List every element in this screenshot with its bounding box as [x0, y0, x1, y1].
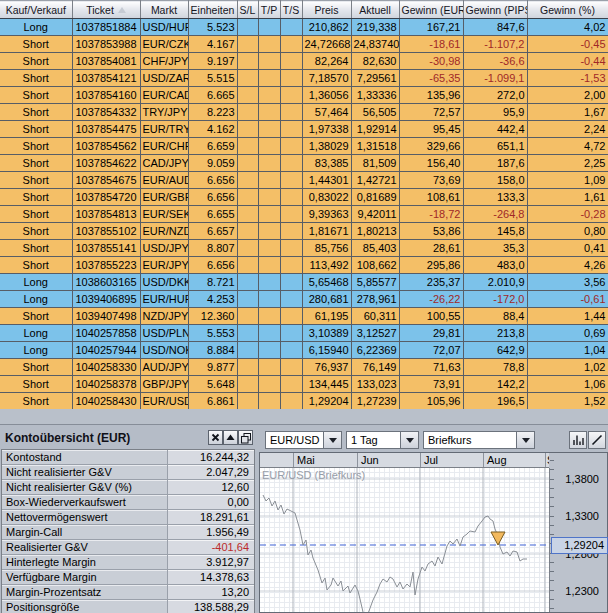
cell-ticket[interactable]: 1038603165 [72, 274, 140, 291]
cell-units[interactable]: 6.665 [188, 87, 237, 104]
cell-market[interactable]: GBP/JPY [140, 376, 188, 393]
cell-units[interactable]: 9.197 [188, 53, 237, 70]
cell-profit_pips[interactable]: -1.099,1 [463, 70, 527, 87]
cell-units[interactable]: 8.721 [188, 274, 237, 291]
cell-units[interactable]: 4.253 [188, 291, 237, 308]
cell-price[interactable]: 210,862 [302, 19, 351, 36]
cell-ticket[interactable]: 1037851884 [72, 19, 140, 36]
position-row[interactable]: Short1040258378GBP/JPY5.648134,445133,02… [0, 376, 608, 393]
cell-current[interactable]: 76,149 [351, 359, 399, 376]
cell-price[interactable]: 61,195 [302, 308, 351, 325]
cell-units[interactable]: 6.656 [188, 172, 237, 189]
cell-ts[interactable] [280, 240, 302, 257]
position-row[interactable]: Short1037854675EUR/AUD6.6561,443011,4272… [0, 172, 608, 189]
cell-current[interactable]: 6,22369 [351, 342, 399, 359]
cell-profit_eur[interactable]: 72,07 [399, 342, 463, 359]
cell-profit_eur[interactable]: 73,91 [399, 376, 463, 393]
cell-sl[interactable] [237, 172, 258, 189]
cell-price[interactable]: 1,36056 [302, 87, 351, 104]
cell-profit_pct[interactable]: -1,53 [527, 70, 608, 87]
cell-ticket[interactable]: 1037854622 [72, 155, 140, 172]
cell-profit_pct[interactable]: 2,24 [527, 121, 608, 138]
cell-price[interactable]: 9,39363 [302, 206, 351, 223]
cell-ticket[interactable]: 1039407498 [72, 308, 140, 325]
cell-units[interactable]: 6.659 [188, 138, 237, 155]
cell-side[interactable]: Short [0, 87, 72, 104]
column-header-ticket[interactable]: Ticket [72, 1, 140, 19]
cell-ts[interactable] [280, 87, 302, 104]
cell-tp[interactable] [258, 376, 280, 393]
cell-ts[interactable] [280, 359, 302, 376]
period-select[interactable]: 1 Tag [346, 431, 419, 449]
column-header-current[interactable]: Aktuell [351, 1, 399, 19]
cell-current[interactable]: 5,85577 [351, 274, 399, 291]
cell-profit_pct[interactable]: 4,72 [527, 138, 608, 155]
cell-sl[interactable] [237, 206, 258, 223]
cell-profit_pips[interactable]: 95,9 [463, 104, 527, 121]
cell-profit_eur[interactable]: 29,81 [399, 325, 463, 342]
cell-side[interactable]: Short [0, 36, 72, 53]
cell-market[interactable]: EUR/CHF [140, 138, 188, 155]
position-row[interactable]: Short1037854720EUR/GBP6.6560,830220,8168… [0, 189, 608, 206]
cell-ts[interactable] [280, 189, 302, 206]
cell-tp[interactable] [258, 393, 280, 410]
cell-profit_eur[interactable]: 72,57 [399, 104, 463, 121]
cell-profit_pips[interactable]: 133,3 [463, 189, 527, 206]
cell-profit_pct[interactable]: 1,02 [527, 359, 608, 376]
cell-tp[interactable] [258, 325, 280, 342]
cell-market[interactable]: EUR/USD [140, 393, 188, 410]
cell-side[interactable]: Short [0, 257, 72, 274]
position-row[interactable]: Short1037855102EUR/NZD6.6571,816711,8021… [0, 223, 608, 240]
cell-current[interactable]: 133,023 [351, 376, 399, 393]
cell-current[interactable]: 219,338 [351, 19, 399, 36]
cell-profit_eur[interactable]: 28,61 [399, 240, 463, 257]
cell-ts[interactable] [280, 19, 302, 36]
cell-profit_pct[interactable]: 1,06 [527, 376, 608, 393]
cell-market[interactable]: USD/HUF [140, 19, 188, 36]
cell-units[interactable]: 5.553 [188, 325, 237, 342]
position-row[interactable]: Short1037854160EUR/CAD6.6651,360561,3333… [0, 87, 608, 104]
cell-price[interactable]: 6,15940 [302, 342, 351, 359]
cell-sl[interactable] [237, 121, 258, 138]
cell-market[interactable]: EUR/HUF [140, 291, 188, 308]
cell-profit_pct[interactable]: -0,44 [527, 53, 608, 70]
column-header-price[interactable]: Preis [302, 1, 351, 19]
cell-profit_pips[interactable]: 213,8 [463, 325, 527, 342]
cell-ticket[interactable]: 1037855102 [72, 223, 140, 240]
cell-side[interactable]: Short [0, 359, 72, 376]
cell-tp[interactable] [258, 291, 280, 308]
cell-current[interactable]: 9,42011 [351, 206, 399, 223]
cell-units[interactable]: 5.523 [188, 19, 237, 36]
cell-sl[interactable] [237, 36, 258, 53]
chevron-down-icon[interactable] [400, 432, 418, 448]
cell-sl[interactable] [237, 87, 258, 104]
cell-ticket[interactable]: 1037855223 [72, 257, 140, 274]
cell-side[interactable]: Long [0, 19, 72, 36]
cell-tp[interactable] [258, 155, 280, 172]
cell-profit_eur[interactable]: 108,61 [399, 189, 463, 206]
cell-side[interactable]: Short [0, 138, 72, 155]
cell-current[interactable]: 56,505 [351, 104, 399, 121]
cell-current[interactable]: 1,33336 [351, 87, 399, 104]
cell-price[interactable]: 0,83022 [302, 189, 351, 206]
cell-ticket[interactable]: 1037854121 [72, 70, 140, 87]
cell-ts[interactable] [280, 53, 302, 70]
cell-sl[interactable] [237, 376, 258, 393]
cell-price[interactable]: 280,681 [302, 291, 351, 308]
cell-profit_eur[interactable]: 295,86 [399, 257, 463, 274]
cell-market[interactable]: CAD/JPY [140, 155, 188, 172]
cell-units[interactable]: 5.515 [188, 70, 237, 87]
cell-ticket[interactable]: 1040257944 [72, 342, 140, 359]
cell-units[interactable]: 6.656 [188, 257, 237, 274]
cell-profit_pips[interactable]: 642,9 [463, 342, 527, 359]
cell-profit_pct[interactable]: 1,67 [527, 104, 608, 121]
cell-units[interactable]: 8.223 [188, 104, 237, 121]
cell-profit_eur[interactable]: -26,22 [399, 291, 463, 308]
cell-units[interactable]: 9.059 [188, 155, 237, 172]
cell-profit_pips[interactable]: 158,0 [463, 172, 527, 189]
price-chart-plot[interactable]: EUR/USD (Briefkurs) [260, 468, 550, 612]
cell-sl[interactable] [237, 223, 258, 240]
cell-sl[interactable] [237, 359, 258, 376]
cell-ts[interactable] [280, 172, 302, 189]
cell-ts[interactable] [280, 376, 302, 393]
